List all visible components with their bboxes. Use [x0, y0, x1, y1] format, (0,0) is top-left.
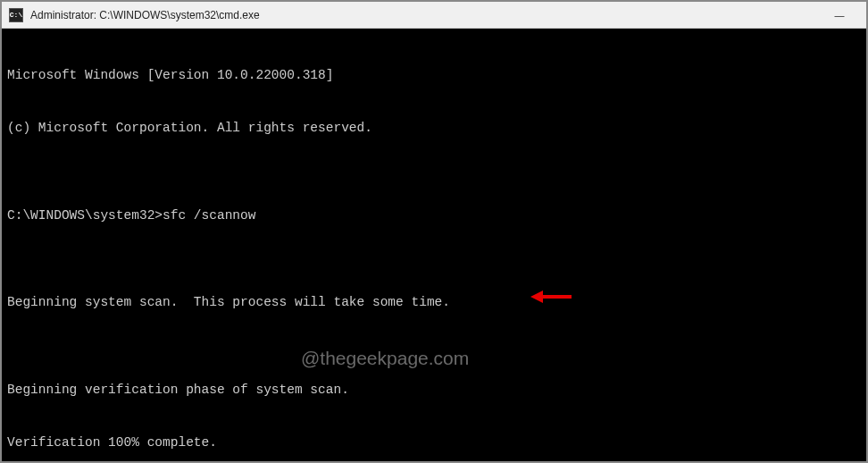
cmd-icon: C:\ — [9, 8, 23, 22]
output-line: Microsoft Windows [Version 10.0.22000.31… — [7, 67, 861, 85]
output-line: Beginning system scan. This process will… — [7, 294, 861, 312]
output-line: (c) Microsoft Corporation. All rights re… — [7, 120, 861, 138]
annotation-arrow-icon — [529, 253, 573, 341]
minimize-button[interactable]: — — [820, 3, 859, 28]
window-title: Administrator: C:\WINDOWS\system32\cmd.e… — [30, 9, 820, 21]
output-line: C:\WINDOWS\system32>sfc /scannow — [7, 207, 861, 225]
output-line: Verification 100% complete. — [7, 434, 861, 452]
watermark: @thegeekpage.com — [301, 346, 469, 371]
terminal-output[interactable]: Microsoft Windows [Version 10.0.22000.31… — [2, 29, 866, 463]
titlebar: C:\ Administrator: C:\WINDOWS\system32\c… — [2, 2, 866, 29]
output-line: Beginning verification phase of system s… — [7, 382, 861, 400]
